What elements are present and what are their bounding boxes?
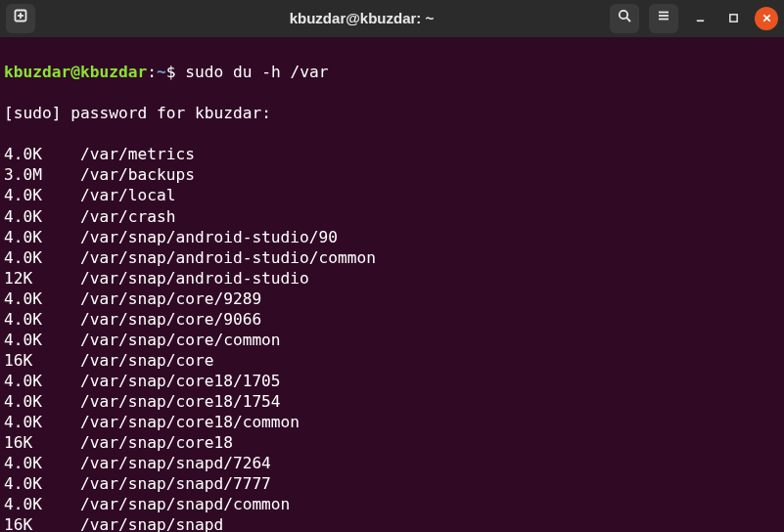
search-button[interactable] [610,4,639,33]
search-icon [617,8,632,28]
size-value: 4.0K [4,206,80,227]
size-value: 4.0K [4,412,80,432]
size-value: 16K [4,514,80,532]
path-value: /var/snap/core/9066 [80,310,261,329]
size-value: 12K [4,268,80,288]
path-value: /var/snap/core18/1705 [80,372,281,390]
path-value: /var/snap/snapd/7264 [80,454,271,472]
command-text: sudo du -h /var [175,63,328,81]
output-row: 4.0K/var/snap/snapd/common [4,494,780,514]
output-row: 4.0K/var/crash [4,206,780,227]
path-value: /var/metrics [80,145,195,163]
path-value: /var/snap/snapd [80,515,223,532]
path-value: /var/snap/core18/1754 [80,392,281,411]
size-value: 4.0K [4,185,80,205]
size-value: 3.0M [4,164,80,185]
output-row: 16K/var/snap/core18 [4,432,780,453]
output-row: 3.0M/var/backups [4,164,780,185]
prompt-colon: : [147,63,157,81]
prompt-user: kbuzdar [4,63,70,81]
terminal-output[interactable]: kbuzdar@kbuzdar:~$ sudo du -h /var [sudo… [0,37,784,532]
prompt-at: @ [70,63,80,81]
output-row: 4.0K/var/snap/core18/common [4,412,780,432]
prompt-path: ~ [157,63,166,81]
prompt-host: kbuzdar [80,63,147,81]
output-row: 4.0K/var/snap/snapd/7777 [4,473,780,494]
path-value: /var/snap/android-studio/90 [80,228,338,246]
output-row: 4.0K/var/snap/core18/1705 [4,371,780,391]
maximize-button[interactable] [721,7,745,30]
close-icon [761,8,772,28]
output-row: 16K/var/snap/core [4,350,780,371]
path-value: /var/snap/core [80,351,213,370]
path-value: /var/snap/snapd/7777 [80,474,271,493]
hamburger-icon [656,8,671,28]
svg-rect-9 [729,15,736,22]
menu-button[interactable] [649,4,678,33]
path-value: /var/backups [80,165,195,184]
size-value: 4.0K [4,227,80,247]
minimize-button[interactable] [688,7,712,30]
prompt-dollar: $ [166,63,176,81]
output-row: 4.0K/var/snap/android-studio/90 [4,227,780,247]
svg-point-3 [620,11,627,19]
sudo-password-line: [sudo] password for kbuzdar: [4,103,780,123]
size-value: 4.0K [4,371,80,391]
size-value: 16K [4,350,80,371]
output-row: 12K/var/snap/android-studio [4,268,780,288]
path-value: /var/snap/core18 [80,433,233,452]
output-row: 4.0K/var/local [4,185,780,205]
window-titlebar: kbuzdar@kbuzdar: ~ [0,0,784,37]
size-value: 4.0K [4,309,80,330]
output-row: 4.0K/var/metrics [4,144,780,164]
path-value: /var/snap/core/9289 [80,289,261,308]
path-value: /var/crash [80,207,175,226]
size-value: 4.0K [4,144,80,164]
output-row: 4.0K/var/snap/core/common [4,330,780,350]
output-row: 4.0K/var/snap/core/9066 [4,309,780,330]
path-value: /var/snap/core18/common [80,413,300,431]
size-value: 4.0K [4,330,80,350]
output-row: 4.0K/var/snap/core/9289 [4,288,780,309]
path-value: /var/snap/core/common [80,331,281,349]
svg-line-4 [626,19,630,22]
minimize-icon [695,8,706,28]
new-tab-button[interactable] [6,4,35,33]
output-row: 4.0K/var/snap/core18/1754 [4,391,780,412]
close-button[interactable] [755,7,778,30]
size-value: 4.0K [4,391,80,412]
output-row: 4.0K/var/snap/android-studio/common [4,247,780,268]
output-row: 4.0K/var/snap/snapd/7264 [4,453,780,473]
size-value: 4.0K [4,473,80,494]
size-value: 4.0K [4,494,80,514]
size-value: 4.0K [4,247,80,268]
path-value: /var/snap/android-studio/common [80,248,376,267]
path-value: /var/snap/snapd/common [80,495,290,513]
size-value: 16K [4,432,80,453]
maximize-icon [728,8,739,28]
output-row: 16K/var/snap/snapd [4,514,780,532]
path-value: /var/snap/android-studio [80,269,309,288]
prompt-line: kbuzdar@kbuzdar:~$ sudo du -h /var [4,62,780,82]
size-value: 4.0K [4,453,80,473]
window-title: kbuzdar@kbuzdar: ~ [119,9,604,28]
size-value: 4.0K [4,288,80,309]
new-tab-icon [13,8,28,28]
path-value: /var/local [80,186,175,204]
